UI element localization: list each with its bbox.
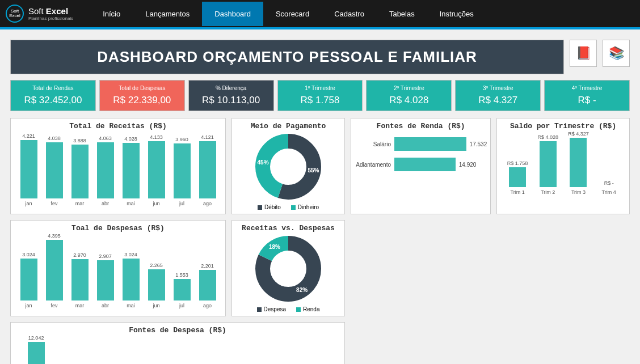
bar: 3.960jul xyxy=(170,137,194,206)
card-label: Total de Rendas xyxy=(13,85,93,91)
topbar: SoftExcel Soft Excel Planilhas profissio… xyxy=(0,0,640,27)
kpi-card: Total de DespesasR$ 22.339,00 xyxy=(99,80,185,111)
chart-fontes-renda: Fontes de Renda (R$) Salário17.532Adiant… xyxy=(351,118,491,214)
card-value: R$ 10.113,00 xyxy=(191,95,271,106)
chart-title: Fontes de Despesa (R$) xyxy=(14,326,341,335)
kpi-cards: Total de RendasR$ 32.452,00Total de Desp… xyxy=(10,80,630,111)
card-value: R$ 1.758 xyxy=(280,95,360,106)
kpi-card: % DiferençaR$ 10.113,00 xyxy=(188,80,274,111)
nav-item-scorecard[interactable]: Scorecard xyxy=(263,2,322,26)
hbar: Salário17.532 xyxy=(355,137,487,151)
nav-item-lançamentos[interactable]: Lançamentos xyxy=(133,2,202,26)
card-label: 1º Trimestre xyxy=(280,85,360,91)
brand-sub: Planilhas profissionais xyxy=(28,16,73,21)
nav-item-tabelas[interactable]: Tabelas xyxy=(377,2,427,26)
bar: R$ -Trim 4 xyxy=(594,180,624,195)
nav-item-cadastro[interactable]: Cadastro xyxy=(322,2,377,26)
donut-chart: 82%18% xyxy=(254,235,322,303)
kpi-card: Total de RendasR$ 32.452,00 xyxy=(10,80,96,111)
card-value: R$ 4.327 xyxy=(458,95,538,106)
chart-title: Fontes de Renda (R$) xyxy=(355,122,487,130)
bar: R$ 4.327Trim 3 xyxy=(564,131,593,195)
action-icon-2[interactable]: 📚 xyxy=(603,40,630,67)
logo: SoftExcel Soft Excel Planilhas profissio… xyxy=(6,5,73,23)
kpi-card: 1º TrimestreR$ 1.758 xyxy=(277,80,363,111)
chart-saldo-trim: Saldo por Trimestre (R$) R$ 1.758Trim 1R… xyxy=(496,118,630,214)
bar: 4.038fev xyxy=(42,136,66,206)
chart-title: Meio de Pagamento xyxy=(235,122,341,130)
card-value: R$ 32.452,00 xyxy=(13,95,93,106)
chart-rec-vs-desp: Receitas vs. Despesas 82%18%DespesaRenda xyxy=(231,220,345,316)
hbar: Adiantamento14.920 xyxy=(355,158,487,171)
bar: 3.024mai xyxy=(119,252,143,308)
nav: InícioLançamentosDashboardScorecardCadas… xyxy=(90,2,486,26)
chart-pagamento: Meio de Pagamento 55%45%DébitoDinheiro xyxy=(231,118,345,214)
brand-name-2: Excel xyxy=(46,6,68,16)
action-icon-1[interactable]: 📕 xyxy=(570,40,597,67)
bar: 2.265jun xyxy=(144,263,169,308)
bar: 4.121ago xyxy=(195,134,220,206)
card-value: R$ - xyxy=(547,95,627,106)
brand-name-1: Soft xyxy=(28,6,44,16)
chart-fontes-despesa: Fontes de Despesa (R$) 12.042Alimentação… xyxy=(10,322,345,364)
card-label: 2º Trimestre xyxy=(369,85,449,91)
chart-despesas: Toal de Despesas (R$) 3.024jan4.395fev2.… xyxy=(10,220,226,316)
kpi-card: 2º TrimestreR$ 4.028 xyxy=(366,80,452,111)
logo-badge-icon: SoftExcel xyxy=(6,5,24,23)
bar: 1.553jul xyxy=(170,272,194,308)
chart-title: Receitas vs. Despesas xyxy=(235,224,341,232)
kpi-card: 4º TrimestreR$ - xyxy=(544,80,630,111)
donut-chart: 55%45% xyxy=(254,133,322,201)
bar: 4.133jun xyxy=(144,134,169,206)
chart-title: Toal de Despesas (R$) xyxy=(14,224,222,232)
card-label: 4º Trimestre xyxy=(547,85,627,91)
bar: 3.888mar xyxy=(68,138,92,206)
chart-title: Saldo por Trimestre (R$) xyxy=(500,122,626,130)
nav-item-dashboard[interactable]: Dashboard xyxy=(202,2,263,26)
bar: 12.042Alimentação xyxy=(16,335,56,364)
bar: 4.221jan xyxy=(16,133,41,206)
kpi-card: 3º TrimestreR$ 4.327 xyxy=(455,80,541,111)
chart-title: Total de Receitas (R$) xyxy=(14,122,222,130)
bar: 3.024jan xyxy=(16,252,41,308)
nav-item-início[interactable]: Início xyxy=(90,2,133,26)
legend: DespesaRenda xyxy=(257,306,320,312)
card-label: Total de Despesas xyxy=(102,85,182,91)
card-value: R$ 22.339,00 xyxy=(102,95,182,106)
page-title: DASHBOARD ORÇAMENTO PESSOAL E FAMILIAR xyxy=(10,40,564,74)
bar: 4.028mai xyxy=(119,136,143,206)
card-label: % Diferença xyxy=(191,85,271,91)
card-value: R$ 4.028 xyxy=(369,95,449,106)
bar: 4.395fev xyxy=(42,233,66,308)
chart-receitas: Total de Receitas (R$) 4.221jan4.038fev3… xyxy=(10,118,226,214)
bar: R$ 1.758Trim 1 xyxy=(503,160,532,195)
legend: DébitoDinheiro xyxy=(258,204,319,210)
nav-item-instruções[interactable]: Instruções xyxy=(427,2,486,26)
bar: 2.201ago xyxy=(195,263,220,308)
bar: R$ 4.028Trim 2 xyxy=(533,134,563,195)
bar: 4.063abr xyxy=(93,136,117,206)
bar: 2.970mar xyxy=(68,252,92,308)
card-label: 3º Trimestre xyxy=(458,85,538,91)
bar: 2.907abr xyxy=(93,253,117,308)
